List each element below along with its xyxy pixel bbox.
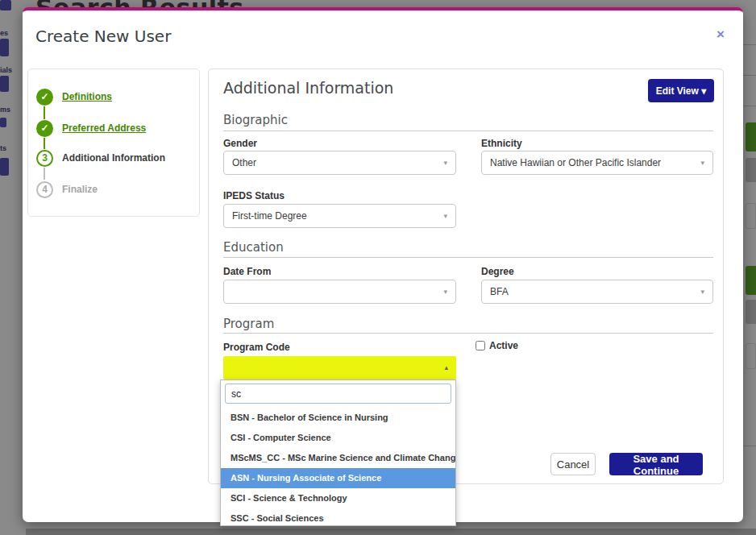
create-new-user-modal: Create New User × ✓ Definitions ✓ Prefer… xyxy=(23,7,743,522)
step-connector xyxy=(44,106,45,119)
chevron-down-icon: ▾ xyxy=(701,85,706,97)
cancel-button[interactable]: Cancel xyxy=(550,453,596,475)
degree-select[interactable]: BFA ▾ xyxy=(481,280,713,304)
dropdown-option[interactable]: CSI - Computer Science xyxy=(221,428,455,448)
dropdown-option-selected[interactable]: ASN - Nursing Associate of Science xyxy=(221,468,455,488)
background-outline-button-fragment xyxy=(746,203,756,229)
degree-label: Degree xyxy=(481,266,713,277)
modal-title: Create New User xyxy=(35,27,171,46)
program-code-select[interactable]: ▴ xyxy=(223,356,456,379)
step-preferred-address-link[interactable]: Preferred Address xyxy=(62,120,146,137)
gender-label: Gender xyxy=(223,138,456,149)
date-from-select[interactable]: ▾ xyxy=(223,280,456,304)
program-code-label: Program Code xyxy=(223,342,290,353)
chevron-down-icon: ▾ xyxy=(443,205,447,227)
step-connector xyxy=(44,138,45,149)
dropdown-option[interactable]: SCI - Science & Technology xyxy=(221,488,455,508)
background-sidebar-icon xyxy=(0,158,9,176)
background-table-divider xyxy=(743,44,756,45)
ethnicity-select[interactable]: Native Hawiian or Other Pacific Islander… xyxy=(481,151,713,175)
step-check-icon: ✓ xyxy=(36,120,53,137)
chevron-down-icon: ▾ xyxy=(700,151,704,174)
chevron-up-icon: ▴ xyxy=(444,356,448,379)
background-table-divider xyxy=(743,75,756,76)
background-sidebar-icon xyxy=(0,76,9,92)
ipeds-status-select[interactable]: First-time Degree ▾ xyxy=(223,204,456,228)
gender-select[interactable]: Other ▾ xyxy=(223,151,456,175)
section-title-program: Program xyxy=(223,317,274,331)
program-code-dropdown: BSN - Bachelor of Science in Nursing CSI… xyxy=(220,379,456,526)
section-title-biographic: Biographic xyxy=(223,113,288,127)
ethnicity-label: Ethnicity xyxy=(481,138,713,149)
background-sidebar-icon xyxy=(0,118,6,127)
background-gray-button-fragment xyxy=(746,300,756,324)
dropdown-option[interactable]: MScMS_CC - MSc Marine Science and Climat… xyxy=(221,448,455,468)
panel-title: Additional Information xyxy=(223,79,393,97)
background-green-button-fragment xyxy=(746,266,756,295)
background-sidebar-icon xyxy=(0,39,9,56)
section-divider xyxy=(223,257,713,258)
step-connector xyxy=(44,168,45,180)
background-sidebar-fragment: ials xyxy=(0,66,12,74)
step-number-icon: 4 xyxy=(36,181,53,198)
date-from-label: Date From xyxy=(223,266,456,277)
section-title-education: Education xyxy=(223,240,284,255)
additional-information-panel: Additional Information Edit View ▾ Biogr… xyxy=(208,68,724,484)
section-divider xyxy=(223,131,713,131)
step-finalize: Finalize xyxy=(62,181,98,198)
close-icon[interactable]: × xyxy=(711,25,730,44)
edit-view-button[interactable]: Edit View ▾ xyxy=(648,79,714,102)
background-table-divider xyxy=(743,446,756,446)
background-sidebar-fragment: ts xyxy=(0,144,6,152)
section-divider xyxy=(223,333,713,334)
step-check-icon: ✓ xyxy=(36,89,53,106)
background-green-button-fragment xyxy=(746,122,756,151)
background-sidebar-fragment: es xyxy=(0,29,8,37)
chevron-down-icon: ▾ xyxy=(700,280,704,303)
background-sidebar-icon xyxy=(0,0,11,10)
chevron-down-icon: ▾ xyxy=(443,151,447,174)
wizard-steps-card: ✓ Definitions ✓ Preferred Address 3 Addi… xyxy=(27,68,200,217)
ipeds-status-label: IPEDS Status xyxy=(223,190,456,201)
background-gray-button-fragment xyxy=(746,158,756,182)
active-checkbox[interactable] xyxy=(476,341,485,350)
save-and-continue-button[interactable]: Save and Continue xyxy=(609,453,703,475)
background-table-divider xyxy=(743,106,756,106)
step-definitions-link[interactable]: Definitions xyxy=(62,89,112,106)
active-label: Active xyxy=(489,340,518,351)
chevron-down-icon: ▾ xyxy=(443,280,447,303)
dropdown-option[interactable]: BSN - Bachelor of Science in Nursing xyxy=(221,408,455,428)
background-outline-button-fragment xyxy=(746,343,756,369)
step-number-icon: 3 xyxy=(36,150,53,167)
dropdown-option[interactable]: SSC - Social Sciences xyxy=(221,508,455,526)
step-additional-information: Additional Information xyxy=(62,150,165,167)
dropdown-search-input[interactable] xyxy=(225,384,451,404)
background-bottom-bar xyxy=(26,529,756,535)
background-sidebar-fragment: ms xyxy=(0,106,10,114)
